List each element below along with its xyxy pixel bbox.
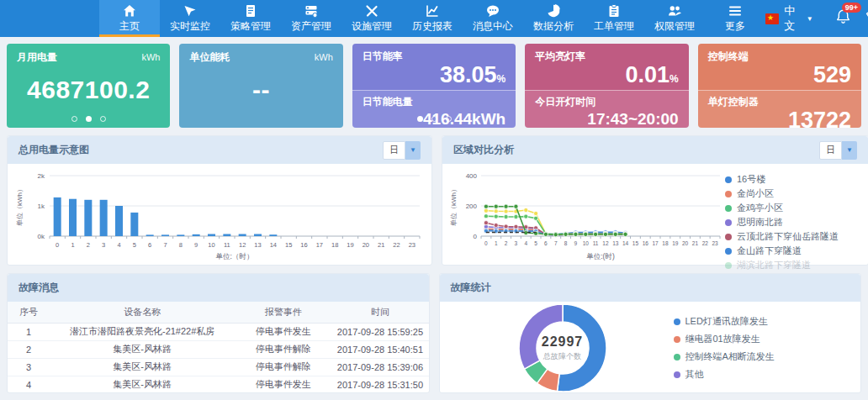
kpi-unit: kWh — [315, 52, 333, 62]
nav-item-label: 更多 — [725, 19, 745, 34]
fault-donut-chart: 22997 总故障个数 — [517, 303, 608, 393]
carousel-dot[interactable] — [417, 116, 423, 122]
legend-item[interactable]: 继电器01故障发生 — [674, 330, 775, 348]
legend-dot-icon — [674, 354, 680, 361]
chevron-down-icon: ▼ — [405, 141, 421, 160]
legend-item[interactable]: 其他 — [674, 366, 775, 383]
nav-item-label: 权限管理 — [654, 19, 695, 34]
column-header: 序号 — [8, 302, 50, 323]
svg-text:4: 4 — [524, 240, 527, 246]
svg-text:6: 6 — [544, 240, 548, 246]
svg-text:13: 13 — [612, 240, 619, 246]
nav-item-more[interactable]: 更多 — [705, 0, 765, 37]
carousel-dot[interactable] — [431, 116, 437, 122]
carousel-dots[interactable] — [352, 116, 516, 122]
carousel-dot[interactable] — [86, 116, 92, 122]
nav-item-label: 策略管理 — [230, 19, 271, 34]
table-row[interactable]: 3集美区-风林路停电事件解除2017-09-28 15:39:06 — [8, 358, 429, 376]
table-cell: 2017-09-28 15:59:25 — [331, 323, 428, 340]
permission-icon — [667, 3, 682, 18]
kpi-card-monthly-energy: 月用电量 kWh 4687100.2 — [7, 44, 170, 128]
bottom-row: 故障消息 序号设备名称报警事件时间 1潜江市潜阳路夜景亮化-21#22#私房停电… — [7, 273, 861, 393]
legend-dot-icon — [674, 371, 680, 378]
panel-region-compare: 区域对比分析 日 ▼ 02004000123456789101112131415… — [442, 135, 868, 266]
period-value: 日 — [819, 141, 842, 160]
nav-item-analysis[interactable]: 数据分析 — [523, 0, 584, 37]
svg-text:2: 2 — [87, 241, 90, 249]
column-header: 报警事件 — [235, 302, 331, 323]
table-row[interactable]: 4集美区-风林路停电事件发生2017-09-28 15:31:50 — [8, 376, 429, 393]
period-dropdown[interactable]: 日 ▼ — [819, 141, 857, 160]
kpi-secondary-value: 13722 — [708, 109, 851, 128]
legend-item[interactable]: 思明南北路 — [725, 215, 863, 229]
assets-icon — [304, 3, 319, 18]
period-value: 日 — [383, 141, 405, 160]
svg-text:12: 12 — [602, 240, 609, 246]
svg-text:17: 17 — [652, 240, 659, 246]
nav-item-label: 工单管理 — [594, 19, 634, 34]
nav-item-assets[interactable]: 资产管理 — [281, 0, 341, 37]
table-cell: 停电事件发生 — [235, 323, 331, 340]
nav-item-strategy[interactable]: 策略管理 — [220, 0, 281, 37]
period-dropdown[interactable]: 日 ▼ — [383, 141, 421, 160]
legend-label: 继电器01故障发生 — [685, 333, 760, 345]
nav-item-report[interactable]: 历史报表 — [402, 0, 463, 37]
nav-item-message[interactable]: 消息中心 — [463, 0, 523, 37]
legend-item[interactable]: LED灯通讯故障发生 — [674, 313, 775, 330]
notifications-button[interactable]: 99+ — [835, 8, 851, 29]
nav-item-facility[interactable]: 设施管理 — [341, 0, 402, 37]
nav-item-permission[interactable]: 权限管理 — [644, 0, 705, 37]
kpi-value: 38.05 — [440, 62, 497, 87]
table-row[interactable]: 1潜江市潜阳路夜景亮化-21#22#私房停电事件发生2017-09-28 15:… — [8, 323, 429, 340]
legend-dot-icon — [725, 176, 732, 183]
svg-text:1k: 1k — [38, 203, 45, 210]
legend-dot-icon — [725, 262, 732, 269]
legend-dot-icon — [674, 318, 680, 325]
svg-text:单位（kWh）: 单位（kWh） — [16, 186, 24, 226]
panel-title: 故障消息 — [19, 281, 59, 295]
legend-item[interactable]: 16号楼 — [725, 172, 863, 187]
table-cell: 2 — [8, 340, 50, 358]
nav-item-monitor[interactable]: 实时监控 — [160, 0, 220, 37]
china-flag-icon: ★ — [765, 13, 779, 24]
legend-item[interactable]: 金山路下穿隧道 — [725, 244, 863, 258]
language-selector[interactable]: ★ 中文 ▼ — [765, 3, 813, 34]
analysis-icon — [546, 3, 561, 18]
chevron-down-icon: ▼ — [807, 15, 813, 23]
svg-text:200: 200 — [466, 203, 478, 210]
carousel-dots[interactable] — [7, 116, 170, 122]
carousel-dot[interactable] — [100, 116, 106, 122]
table-cell: 停电事件解除 — [235, 340, 331, 358]
nav-item-workorder[interactable]: 工单管理 — [584, 0, 644, 37]
table-row[interactable]: 2集美区-风林路停电事件解除2017-09-28 15:40:51 — [8, 340, 429, 358]
chevron-down-icon: ▼ — [842, 141, 857, 160]
legend-label: 金山路下穿隧道 — [737, 245, 802, 257]
theme-button[interactable] — [865, 9, 868, 28]
kpi-title: 单位能耗 — [189, 50, 230, 65]
nav-item-label: 数据分析 — [533, 19, 574, 34]
table-cell: 2017-09-28 15:31:50 — [331, 376, 428, 393]
donut-center-value: 22997 — [542, 334, 584, 350]
svg-text:2: 2 — [505, 240, 508, 246]
svg-text:20: 20 — [363, 241, 369, 249]
legend-label: LED灯通讯故障发生 — [685, 315, 768, 328]
legend-dot-icon — [725, 248, 732, 255]
kpi-suffix: % — [497, 73, 506, 85]
legend-dot-icon — [725, 234, 732, 240]
legend-item[interactable]: 控制终端A相断流发生 — [674, 348, 775, 366]
carousel-dot[interactable] — [446, 116, 452, 122]
legend-label: 云顶北路下穿仙岳路隧道 — [737, 230, 839, 243]
legend-item[interactable]: 金鸡亭小区 — [725, 201, 863, 215]
kpi-card-terminals: 控制终端 529 单灯控制器 13722 — [698, 44, 861, 128]
shirt-icon — [865, 9, 868, 24]
table-cell: 集美区-风林路 — [50, 376, 235, 393]
legend-item[interactable]: 金尚小区 — [725, 187, 863, 201]
legend-label: 湖滨北路下穿隧道 — [737, 259, 811, 271]
legend-item[interactable]: 云顶北路下穿仙岳路隧道 — [725, 229, 863, 244]
nav-item-home[interactable]: 主页 — [99, 0, 160, 37]
kpi-value: 4687100.2 — [17, 76, 160, 104]
carousel-dot[interactable] — [71, 116, 77, 122]
svg-text:15: 15 — [285, 241, 292, 249]
notification-badge: 99+ — [842, 3, 861, 13]
legend-item[interactable]: 湖滨北路下穿隧道 — [725, 258, 863, 272]
